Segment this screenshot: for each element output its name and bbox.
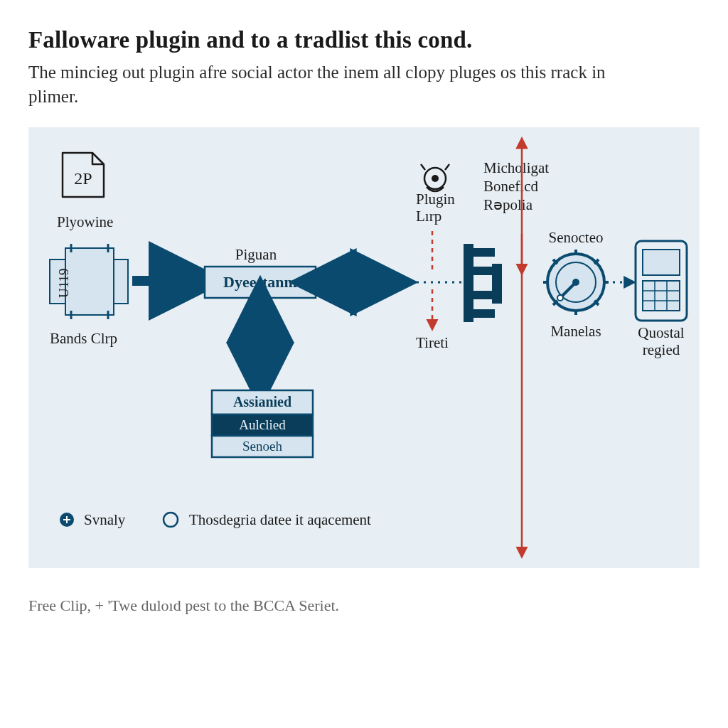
- page-title: Falloware plugin and to a tradlist this …: [28, 27, 700, 53]
- svg-rect-12: [464, 244, 473, 322]
- file-icon: 2P: [63, 153, 104, 197]
- senocteo-label: Senocteo: [549, 229, 604, 246]
- page-subtitle: The mincieg out plugin afre social actor…: [28, 60, 654, 109]
- assianied-row1: Aulclied: [239, 417, 286, 432]
- bands-clrp-icon: U119: [50, 244, 128, 319]
- diagram-panel: 2P Plyowine U119 Bands Clrp Piguan Dyees…: [28, 127, 700, 568]
- plugin-lirp-icon: [421, 164, 449, 191]
- svg-rect-32: [643, 250, 680, 275]
- assianied-title: Assianied: [233, 394, 291, 410]
- svg-rect-13: [473, 248, 495, 257]
- dyeestanm-box: Dyeestanm: [205, 267, 316, 298]
- svg-rect-16: [473, 309, 495, 318]
- legend: Svnaly Thosdegria datee it aqacement: [60, 511, 371, 528]
- manelas-label: Manelas: [550, 323, 601, 340]
- svg-rect-15: [473, 291, 495, 299]
- dyeestanm-label: Dyeestanm: [223, 273, 297, 291]
- micholigat-line3: Rəpolia: [483, 196, 533, 213]
- manelas-gauge-icon: [543, 250, 609, 315]
- svg-rect-1: [65, 248, 114, 315]
- plyowine-label: Plyowine: [57, 213, 113, 230]
- svg-point-41: [164, 513, 178, 527]
- svg-rect-17: [492, 264, 502, 304]
- plugin-lirp-label-1: Plugin: [416, 191, 455, 208]
- quostal-device-icon: [636, 241, 687, 321]
- bracket-icon: [464, 244, 502, 322]
- tireti-label: Tireti: [416, 334, 449, 351]
- micholigat-line1: Micholigat: [483, 159, 549, 176]
- legend-item-2: Thosdegria datee it aqacement: [189, 511, 371, 528]
- footer-text: Free Clip, + 'Twe duloıd pest to the BCC…: [28, 596, 700, 615]
- file-badge-text: 2P: [74, 169, 92, 188]
- micholigat-line2: Boneficd: [483, 178, 538, 195]
- legend-item-1: Svnaly: [84, 511, 126, 528]
- plugin-lirp-label-2: Lırp: [416, 208, 441, 225]
- svg-point-30: [557, 295, 563, 301]
- svg-point-11: [432, 175, 439, 182]
- quostal-label-1: Quostal: [638, 324, 684, 341]
- bands-unit-label: U119: [56, 268, 71, 298]
- diagram-svg: 2P Plyowine U119 Bands Clrp Piguan Dyees…: [28, 127, 700, 568]
- svg-rect-14: [473, 267, 495, 275]
- piguan-label: Piguan: [235, 246, 277, 263]
- svg-rect-33: [643, 281, 680, 311]
- quostal-label-2: regied: [643, 341, 680, 358]
- bands-clrp-label: Bands Clrp: [50, 330, 117, 347]
- svg-point-29: [572, 279, 579, 286]
- assianied-row2: Senoeh: [242, 439, 282, 454]
- assianied-table: Assianied Aulclied Senoeh: [212, 390, 313, 457]
